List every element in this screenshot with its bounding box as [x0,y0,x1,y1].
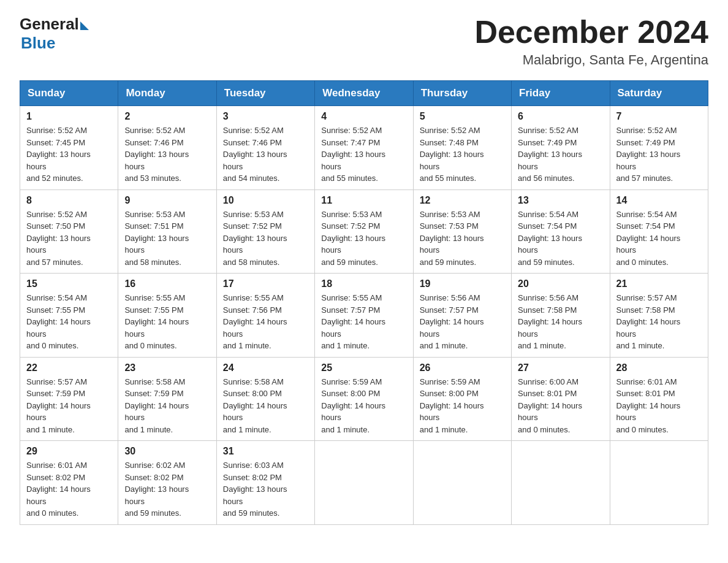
calendar-cell: 10Sunrise: 5:53 AMSunset: 7:52 PMDayligh… [216,190,314,274]
day-info: Sunrise: 5:52 AMSunset: 7:46 PMDaylight:… [124,124,210,185]
calendar-cell: 4Sunrise: 5:52 AMSunset: 7:47 PMDaylight… [315,106,413,190]
day-number: 1 [26,111,112,122]
day-number: 24 [223,362,308,373]
day-info: Sunrise: 5:52 AMSunset: 7:49 PMDaylight:… [518,124,603,185]
calendar-cell: 23Sunrise: 5:58 AMSunset: 7:59 PMDayligh… [118,357,216,441]
calendar-cell [512,441,610,525]
day-info: Sunrise: 5:57 AMSunset: 7:59 PMDaylight:… [26,376,112,436]
day-number: 23 [124,362,210,373]
day-info: Sunrise: 5:55 AMSunset: 7:57 PMDaylight:… [321,292,406,352]
calendar-table: SundayMondayTuesdayWednesdayThursdayFrid… [20,80,708,525]
day-number: 6 [518,111,603,122]
calendar-cell: 5Sunrise: 5:52 AMSunset: 7:48 PMDaylight… [413,106,511,190]
day-number: 9 [124,195,210,206]
col-header-tuesday: Tuesday [216,81,314,106]
day-number: 30 [124,446,210,457]
day-info: Sunrise: 6:03 AMSunset: 8:02 PMDaylight:… [223,459,308,519]
day-info: Sunrise: 5:52 AMSunset: 7:45 PMDaylight:… [26,124,112,185]
day-info: Sunrise: 6:01 AMSunset: 8:02 PMDaylight:… [26,459,112,519]
day-info: Sunrise: 5:52 AMSunset: 7:48 PMDaylight:… [420,124,505,185]
calendar-cell: 31Sunrise: 6:03 AMSunset: 8:02 PMDayligh… [216,441,314,525]
day-info: Sunrise: 5:53 AMSunset: 7:53 PMDaylight:… [420,209,505,269]
day-number: 4 [321,111,406,122]
day-number: 5 [420,111,505,122]
calendar-cell [413,441,511,525]
day-number: 25 [321,362,406,373]
day-info: Sunrise: 5:56 AMSunset: 7:58 PMDaylight:… [518,292,603,352]
week-row-2: 8Sunrise: 5:52 AMSunset: 7:50 PMDaylight… [20,190,708,274]
calendar-cell: 28Sunrise: 6:01 AMSunset: 8:01 PMDayligh… [610,357,708,441]
day-number: 2 [124,111,210,122]
day-number: 12 [420,195,505,206]
day-number: 22 [26,362,112,373]
week-row-4: 22Sunrise: 5:57 AMSunset: 7:59 PMDayligh… [20,357,708,441]
day-number: 28 [616,362,702,373]
col-header-sunday: Sunday [20,81,118,106]
logo-triangle-icon [80,21,89,30]
calendar-cell: 13Sunrise: 5:54 AMSunset: 7:54 PMDayligh… [512,190,610,274]
calendar-cell: 22Sunrise: 5:57 AMSunset: 7:59 PMDayligh… [20,357,118,441]
day-number: 11 [321,195,406,206]
week-row-1: 1Sunrise: 5:52 AMSunset: 7:45 PMDaylight… [20,106,708,190]
day-info: Sunrise: 5:52 AMSunset: 7:50 PMDaylight:… [26,209,112,269]
calendar-cell: 3Sunrise: 5:52 AMSunset: 7:46 PMDaylight… [216,106,314,190]
day-info: Sunrise: 5:54 AMSunset: 7:55 PMDaylight:… [26,292,112,352]
day-number: 31 [223,446,308,457]
day-info: Sunrise: 5:58 AMSunset: 7:59 PMDaylight:… [124,376,210,436]
logo: General Blue [20,15,89,53]
month-title: December 2024 [474,15,708,50]
calendar-cell: 25Sunrise: 5:59 AMSunset: 8:00 PMDayligh… [315,357,413,441]
day-number: 17 [223,278,308,289]
logo-blue-text: Blue [21,34,55,53]
calendar-cell [610,441,708,525]
col-header-thursday: Thursday [413,81,511,106]
day-info: Sunrise: 6:01 AMSunset: 8:01 PMDaylight:… [616,376,702,436]
col-header-wednesday: Wednesday [315,81,413,106]
calendar-cell [315,441,413,525]
day-info: Sunrise: 5:52 AMSunset: 7:47 PMDaylight:… [321,124,406,185]
day-number: 27 [518,362,603,373]
day-number: 14 [616,195,702,206]
calendar-cell: 1Sunrise: 5:52 AMSunset: 7:45 PMDaylight… [20,106,118,190]
day-info: Sunrise: 5:55 AMSunset: 7:55 PMDaylight:… [124,292,210,352]
calendar-cell: 11Sunrise: 5:53 AMSunset: 7:52 PMDayligh… [315,190,413,274]
day-number: 21 [616,278,702,289]
day-number: 15 [26,278,112,289]
day-info: Sunrise: 5:52 AMSunset: 7:46 PMDaylight:… [223,124,308,185]
calendar-cell: 18Sunrise: 5:55 AMSunset: 7:57 PMDayligh… [315,274,413,358]
day-info: Sunrise: 6:00 AMSunset: 8:01 PMDaylight:… [518,376,603,436]
day-info: Sunrise: 5:53 AMSunset: 7:52 PMDaylight:… [223,209,308,269]
day-number: 16 [124,278,210,289]
calendar-cell: 2Sunrise: 5:52 AMSunset: 7:46 PMDaylight… [118,106,216,190]
day-number: 19 [420,278,505,289]
calendar-cell: 26Sunrise: 5:59 AMSunset: 8:00 PMDayligh… [413,357,511,441]
day-info: Sunrise: 5:57 AMSunset: 7:58 PMDaylight:… [616,292,702,352]
calendar-cell: 15Sunrise: 5:54 AMSunset: 7:55 PMDayligh… [20,274,118,358]
day-number: 8 [26,195,112,206]
col-header-monday: Monday [118,81,216,106]
day-info: Sunrise: 5:52 AMSunset: 7:49 PMDaylight:… [616,124,702,185]
week-row-3: 15Sunrise: 5:54 AMSunset: 7:55 PMDayligh… [20,274,708,358]
day-info: Sunrise: 5:53 AMSunset: 7:52 PMDaylight:… [321,209,406,269]
day-number: 18 [321,278,406,289]
day-info: Sunrise: 5:55 AMSunset: 7:56 PMDaylight:… [223,292,308,352]
day-info: Sunrise: 6:02 AMSunset: 8:02 PMDaylight:… [124,459,210,519]
day-number: 20 [518,278,603,289]
location-title: Malabrigo, Santa Fe, Argentina [474,52,708,68]
title-block: December 2024 Malabrigo, Santa Fe, Argen… [474,15,708,68]
day-info: Sunrise: 5:54 AMSunset: 7:54 PMDaylight:… [518,209,603,269]
day-number: 10 [223,195,308,206]
day-info: Sunrise: 5:59 AMSunset: 8:00 PMDaylight:… [420,376,505,436]
calendar-cell: 21Sunrise: 5:57 AMSunset: 7:58 PMDayligh… [610,274,708,358]
day-number: 3 [223,111,308,122]
day-info: Sunrise: 5:59 AMSunset: 8:00 PMDaylight:… [321,376,406,436]
calendar-cell: 12Sunrise: 5:53 AMSunset: 7:53 PMDayligh… [413,190,511,274]
day-number: 29 [26,446,112,457]
calendar-cell: 19Sunrise: 5:56 AMSunset: 7:57 PMDayligh… [413,274,511,358]
day-info: Sunrise: 5:54 AMSunset: 7:54 PMDaylight:… [616,209,702,269]
logo-general-text: General [20,15,79,34]
page-header: General Blue December 2024 Malabrigo, Sa… [20,15,708,68]
day-number: 13 [518,195,603,206]
calendar-cell: 7Sunrise: 5:52 AMSunset: 7:49 PMDaylight… [610,106,708,190]
calendar-cell: 29Sunrise: 6:01 AMSunset: 8:02 PMDayligh… [20,441,118,525]
